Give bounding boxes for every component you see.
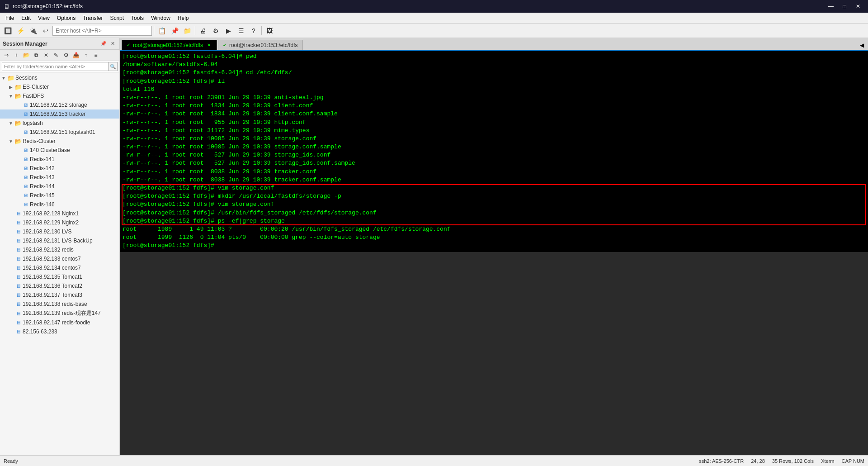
toolbar-sftp[interactable]: 📁 [181,25,193,37]
tree-redis142[interactable]: 🖥 Redis-142 [0,164,119,173]
no-expand [14,201,22,208]
toolbar-settings[interactable]: ⚙ [210,25,222,37]
tab-storage[interactable]: ✔ root@storage01:152:/etc/fdfs ✕ [122,40,217,50]
redis143-label: Redis-143 [30,174,55,181]
menu-file[interactable]: File [2,14,18,22]
tree-centos133[interactable]: 🖥 192.168.92.133 centos7 [0,254,119,263]
tree-logstash[interactable]: ▼ 📂 logstash [0,119,119,128]
toolbar-script-run[interactable]: ▶ [222,25,234,37]
toolbar-connect[interactable]: ⚡ [14,25,26,37]
menu-options[interactable]: Options [53,14,79,22]
toolbar-separator-1 [154,26,154,35]
tree-redis144[interactable]: 🖥 Redis-144 [0,182,119,191]
toolbar-image[interactable]: 🖼 [264,25,275,37]
redis-foodie-label: 192.168.92.147 redis-foodie [23,319,90,326]
tree-redis-base[interactable]: 🖥 192.168.92.138 redis-base [0,300,119,309]
tree-redis-cn[interactable]: 🖥 192.168.92.139 redis-现在是147 [0,309,119,318]
st-more[interactable]: ≡ [91,51,100,60]
tab-tracker[interactable]: ✔ root@tracker01:153:/etc/fdfs [218,40,303,50]
tree-tomcat3[interactable]: 🖥 192.168.92.137 Tomcat3 [0,290,119,300]
tree-fastdfs[interactable]: ▼ 📂 FastDFS [0,91,119,100]
no-expand [7,264,14,271]
filter-input[interactable] [2,62,108,71]
tree-tracker[interactable]: 🖥 192.168.92.153 tracker [0,109,119,119]
tree-redis146[interactable]: 🖥 Redis-146 [0,200,119,209]
minimize-button[interactable]: — [825,2,837,11]
st-move-up[interactable]: ↑ [81,51,90,60]
filter-search-btn[interactable]: 🔍 [108,62,118,71]
tree-lvs-backup[interactable]: 🖥 192.168.92.131 LVS-BackUp [0,236,119,245]
terminal-content[interactable]: [root@storage01:152 fastdfs-6.04]# pwd/h… [120,51,868,252]
menu-window[interactable]: Window [147,14,174,22]
session-panel-close[interactable]: ✕ [108,40,117,48]
terminal-line: [root@storage01:152 fastdfs-6.04]# pwd [123,52,865,61]
st-duplicate[interactable]: ⧉ [32,51,41,60]
status-terminal: Xterm [821,458,834,464]
tree-redis132[interactable]: 🖥 192.168.92.132 redis [0,245,119,254]
redis-cluster-label: Redis-Cluster [23,138,56,144]
host-input[interactable] [52,26,152,36]
menu-edit[interactable]: Edit [18,14,34,22]
tree-centos134[interactable]: 🖥 192.168.92.134 centos7 [0,263,119,272]
tomcat2-icon: 🖥 [14,282,22,290]
menu-help[interactable]: Help [174,14,193,22]
tree-lvs[interactable]: 🖥 192.168.92.130 LVS [0,227,119,236]
toolbar-new-session[interactable]: 🔲 [2,25,14,37]
redis146-icon: 🖥 [22,201,29,208]
terminal-line: [root@storage01:152 fdfs]# [123,242,865,250]
session-panel-pin[interactable]: 📌 [99,40,108,48]
menu-script[interactable]: Script [106,14,127,22]
close-button[interactable]: ✕ [852,2,864,11]
tree-sessions-root[interactable]: ▼ 📁 Sessions [0,73,119,82]
toolbar-paste[interactable]: 📌 [169,25,180,37]
redis141-icon: 🖥 [22,156,29,163]
sessions-label: Sessions [15,75,38,81]
no-expand [14,110,22,118]
tree-nginx2[interactable]: 🖥 192.168.92.129 Nginx2 [0,218,119,227]
tree-redis141[interactable]: 🖥 Redis-141 [0,155,119,164]
st-properties[interactable]: ⚙ [61,51,71,60]
toolbar-separator-2 [195,26,195,35]
tree-nginx1[interactable]: 🖥 192.168.92.128 Nginx1 [0,209,119,218]
toolbar-reconnect[interactable]: ↩ [40,25,52,37]
menu-tools[interactable]: Tools [127,14,147,22]
toolbar-help[interactable]: ? [248,25,259,37]
toolbar-separator-3 [261,26,262,35]
st-delete[interactable]: ✕ [42,51,51,60]
toolbar: 🔲 ⚡ 🔌 ↩ 📋 📌 📁 🖨 ⚙ ▶ ☰ ? 🖼 [0,24,868,38]
tree-82[interactable]: 🖥 82.156.63.233 [0,327,119,336]
st-rename[interactable]: ✎ [52,51,61,60]
status-ready: Ready [4,458,18,464]
st-connect[interactable]: ⇒ [2,51,11,60]
tree-logstash01[interactable]: 🖥 192.168.92.151 logstash01 [0,128,119,137]
redis-cluster-icon: 📂 [14,138,22,145]
tab-storage-close[interactable]: ✕ [206,42,212,48]
tree-redis143[interactable]: 🖥 Redis-143 [0,173,119,182]
st-new[interactable]: + [12,51,21,60]
tab-arrow[interactable]: ◀ [857,41,866,50]
toolbar-copy[interactable]: 📋 [156,25,168,37]
82-label: 82.156.63.233 [23,328,57,335]
menu-transfer[interactable]: Transfer [79,14,106,22]
no-expand [7,228,14,235]
tree-redis-foodie[interactable]: 🖥 192.168.92.147 redis-foodie [0,318,119,327]
maximize-button[interactable]: □ [838,2,851,11]
tree-storage[interactable]: 🖥 192.168.92.152 storage [0,100,119,109]
tree-tomcat1[interactable]: 🖥 192.168.92.135 Tomcat1 [0,272,119,281]
session-manager-title: Session Manager [3,41,47,47]
toolbar-macro[interactable]: ☰ [235,25,247,37]
toolbar-print[interactable]: 🖨 [197,25,209,37]
st-new-folder[interactable]: 📂 [22,51,31,60]
toolbar-disconnect[interactable]: 🔌 [27,25,39,37]
terminal-line: [root@storage01:152 fdfs]# vim storage.c… [123,200,865,209]
terminal-line: -rw-r--r--. 1 root root 8038 Jun 29 10:3… [123,168,865,176]
tree-tomcat2[interactable]: 🖥 192.168.92.136 Tomcat2 [0,281,119,290]
tree-140[interactable]: 🖥 140 ClusterBase [0,146,119,155]
tree-es-cluster[interactable]: ▶ 📁 ES-Cluster [0,82,119,91]
st-import[interactable]: 📥 [71,51,80,60]
filter-row: 🔍 [0,61,119,72]
menu-view[interactable]: View [34,14,53,22]
tree-redis-cluster[interactable]: ▼ 📂 Redis-Cluster [0,137,119,146]
no-expand [7,210,14,217]
tree-redis145[interactable]: 🖥 Redis-145 [0,191,119,200]
